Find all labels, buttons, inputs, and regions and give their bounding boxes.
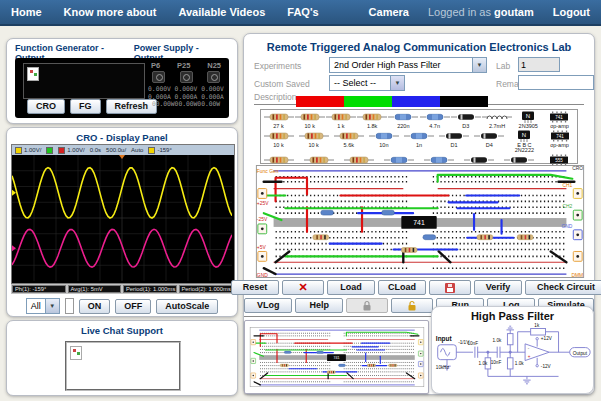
supply-channel-labels: P6P25N25 <box>147 61 225 70</box>
tray-component-capacitor[interactable]: 220n <box>388 111 419 130</box>
tray-component-transistor[interactable]: N2N3905 <box>513 111 544 130</box>
tray-component-diode[interactable]: D3 <box>450 111 481 130</box>
page: HomeKnow more aboutAvailable VideosFAQ's… <box>0 0 601 401</box>
resistor-icon <box>264 154 294 166</box>
unlock-icon <box>407 300 417 311</box>
breadboard-mini: 741 <box>249 327 425 387</box>
nav-item-home[interactable]: Home <box>0 0 53 24</box>
verify-button[interactable]: Verify <box>474 280 522 295</box>
tray-component-diode[interactable]: D4 <box>474 130 505 154</box>
resistor-icon <box>326 111 356 123</box>
username: goutam <box>494 6 534 18</box>
supply-channel-n25: N25 <box>207 61 221 70</box>
check-circuit-button[interactable]: Check Circuit <box>525 280 601 295</box>
remark-field[interactable] <box>518 75 594 90</box>
hpf-opamp-plus: + <box>527 354 530 359</box>
tray-component-resistor[interactable]: 10 k <box>294 111 325 130</box>
autoscale-button[interactable]: AutoScale <box>156 299 218 314</box>
knob-icon-n25[interactable] <box>207 71 220 83</box>
nav-camera[interactable]: Camera <box>358 0 420 24</box>
component-tray: 27 k10 k1 k1.8k220n4.7nD32.7mHN2N3905741… <box>260 109 578 164</box>
tray-component-capacitor[interactable]: 10n <box>368 130 399 154</box>
resistor-icon <box>304 154 334 166</box>
tray-component-diode[interactable]: D1 <box>439 130 470 154</box>
swatch <box>296 96 344 107</box>
swatch <box>392 96 440 107</box>
component-label: op-amp <box>550 143 569 149</box>
spinner-box[interactable] <box>65 298 74 314</box>
nav-item-available-videos[interactable]: Available Videos <box>167 0 276 24</box>
tray-component-capacitor[interactable]: 1n <box>404 130 435 154</box>
fg-display-screen <box>23 63 145 99</box>
knob-icon-p25[interactable] <box>180 71 193 83</box>
scope-status-token: -159° <box>148 147 171 154</box>
tray-component-capacitor[interactable]: 4.7n <box>419 111 450 130</box>
fg-button[interactable]: FG <box>70 99 101 114</box>
capacitor-icon <box>404 130 434 142</box>
channel-swatch <box>58 147 65 154</box>
tray-component-ic[interactable]: 741op-amp <box>544 111 575 130</box>
unlock-icon-button[interactable] <box>391 298 433 313</box>
component-label: D4 <box>486 143 493 149</box>
component-label: E B C 2N2222 <box>509 143 540 154</box>
experiment-select-value: 2nd Order High Pass Filter <box>334 60 468 70</box>
hpf-title: High Pass Filter <box>432 307 593 322</box>
scope-status-token: 1.00V/ <box>58 147 84 154</box>
reset-button[interactable]: Reset <box>231 280 279 295</box>
nav-item-know-more-about[interactable]: Know more about <box>53 0 168 24</box>
svg-text:741: 741 <box>556 133 564 138</box>
on-button[interactable]: ON <box>79 299 111 314</box>
tray-component-transistor[interactable]: NE B C 2N2222 <box>509 130 540 154</box>
scope-status-text: 1.00V/ <box>24 147 41 153</box>
cro-title: CRO - Display Panel <box>7 128 237 143</box>
tray-component-resistor[interactable]: 1 k <box>325 111 356 130</box>
close-icon-button[interactable]: ✕ <box>282 280 324 295</box>
hpf-c2-label: 10nF <box>490 360 501 365</box>
logged-in-prefix: Logged in as <box>428 6 491 18</box>
tray-component-ic[interactable]: 741op-amp <box>544 130 575 154</box>
lock-icon-button <box>346 298 388 313</box>
knob-icon-p6[interactable] <box>152 71 165 83</box>
channel-swatch <box>46 147 53 154</box>
vlog-button[interactable]: VLog <box>244 298 292 313</box>
nav-logout[interactable]: Logout <box>542 0 601 24</box>
scope-status-text: 500.0u/ <box>106 147 126 153</box>
tray-component-resistor[interactable]: 10 k <box>263 130 294 154</box>
save-icon <box>445 283 455 293</box>
broken-image-icon <box>70 346 82 360</box>
breadboard-port-label: CH1 <box>562 183 572 188</box>
lab-panel: Remote Triggered Analog Communication El… <box>243 33 595 395</box>
cro-button[interactable]: CRO <box>27 99 65 114</box>
tray-component-resistor[interactable]: 27 k <box>263 111 294 130</box>
supply-channel-p6: P6 <box>151 61 160 70</box>
component-label: 10 k <box>308 143 318 149</box>
channel-select[interactable]: All ▼ <box>26 298 60 314</box>
nav-item-faq-s[interactable]: FAQ's <box>276 0 329 24</box>
lab-number-field[interactable] <box>518 57 560 72</box>
experiment-select[interactable]: 2nd Order High Pass Filter ▼ <box>329 57 487 73</box>
capacitor-icon <box>420 111 450 123</box>
load-button[interactable]: Load <box>327 280 375 295</box>
chat-frame[interactable] <box>65 341 181 391</box>
tray-component-resistor[interactable]: 5.6k <box>333 130 364 154</box>
supply-knobs <box>147 70 225 84</box>
breadboard-main[interactable]: 741Func Gen+25V-25V+5VGNDCROCH1CH2GNDDMM <box>254 165 586 278</box>
live-chat-panel: Live Chat Support <box>6 320 238 396</box>
ic-icon: 555 <box>544 154 574 166</box>
custom-saved-select[interactable]: -- Select -- ▼ <box>329 75 405 91</box>
tray-component-resistor[interactable]: 1.8k <box>357 111 388 130</box>
component-label: 5.6k <box>344 143 354 149</box>
help-button[interactable]: Help <box>295 298 343 313</box>
measurement-readout: Avg(1): 5mV <box>68 285 122 293</box>
resistor-icon <box>334 130 364 142</box>
save-icon-button[interactable] <box>429 280 471 295</box>
function-generator-panel: Function Generator - Output Power Supply… <box>6 38 238 124</box>
component-label: 10n <box>379 143 388 149</box>
scope-waveform-display <box>12 155 232 281</box>
logged-in-text: Logged in as goutam <box>420 6 542 18</box>
cload-button[interactable]: CLoad <box>378 280 426 295</box>
tray-component-inductor[interactable]: 2.7mH <box>482 111 513 130</box>
off-button[interactable]: OFF <box>115 299 151 314</box>
tray-component-resistor[interactable]: 10 k <box>298 130 329 154</box>
breadboard-port-label: CH2 <box>562 204 572 209</box>
